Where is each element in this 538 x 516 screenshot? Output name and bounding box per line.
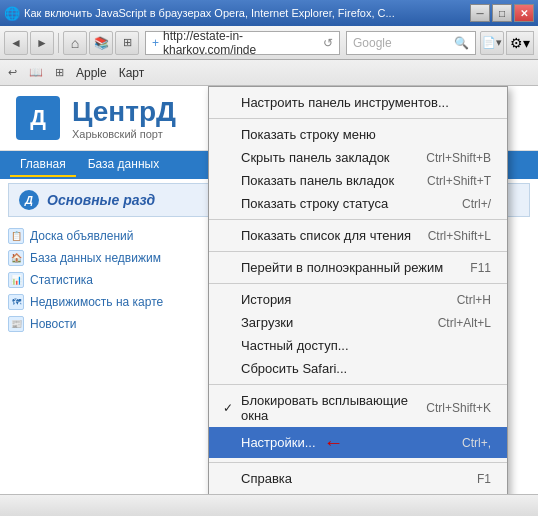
bookmark-grid-icon: ⊞ xyxy=(55,66,64,79)
bookmarks-button[interactable]: 📚 xyxy=(89,31,113,55)
menu-shortcut-3: Ctrl+Shift+B xyxy=(426,151,491,165)
bookmark-reader-icon: 📖 xyxy=(29,66,43,79)
menu-label-14: Сбросить Safari... xyxy=(241,361,347,376)
menu-shortcut-16: Ctrl+Shift+K xyxy=(426,401,491,415)
menu-arrow-17: ← xyxy=(324,431,344,454)
menu-separator-8 xyxy=(209,251,507,252)
bookmark-back-icon: ↩ xyxy=(8,66,17,79)
menu-shortcut-5: Ctrl+/ xyxy=(462,197,491,211)
menu-item-13[interactable]: Частный доступ... xyxy=(209,334,507,357)
search-icon: 🔍 xyxy=(454,36,469,50)
gear-icon: ⚙▾ xyxy=(510,35,530,51)
database-icon: 🏠 xyxy=(8,250,24,266)
logo-text: Д xyxy=(30,105,46,131)
browser-content: Д ЦентрД Харьковский порт Главная База д… xyxy=(0,86,538,494)
menu-item-9[interactable]: Перейти в полноэкранный режимF11 xyxy=(209,256,507,279)
menu-label-2: Показать строку меню xyxy=(241,127,376,142)
menu-item-2[interactable]: Показать строку меню xyxy=(209,123,507,146)
menu-label-0: Настроить панель инструментов... xyxy=(241,95,449,110)
map-icon: 🗺 xyxy=(8,294,24,310)
menu-label-3: Скрыть панель закладок xyxy=(241,150,390,165)
menu-label-13: Частный доступ... xyxy=(241,338,349,353)
title-bar: 🌐 Как включить JavaScript в браузерах Op… xyxy=(0,0,538,26)
page-options-button[interactable]: 📄▾ xyxy=(480,31,504,55)
menu-item-3[interactable]: Скрыть панель закладокCtrl+Shift+B xyxy=(209,146,507,169)
menu-label-19: Справка xyxy=(241,471,292,486)
menu-separator-6 xyxy=(209,219,507,220)
menu-separator-18 xyxy=(209,462,507,463)
gear-button[interactable]: ⚙▾ xyxy=(506,31,534,55)
menu-label-7: Показать список для чтения xyxy=(241,228,411,243)
menu-label-9: Перейти в полноэкранный режим xyxy=(241,260,443,275)
section-title: Основные разд xyxy=(47,192,155,208)
menu-shortcut-19: F1 xyxy=(477,472,491,486)
menu-item-0[interactable]: Настроить панель инструментов... xyxy=(209,91,507,114)
url-text: http://estate-in-kharkov.com/inde xyxy=(163,29,319,57)
menu-item-5[interactable]: Показать строку статусаCtrl+/ xyxy=(209,192,507,215)
menu-item-17[interactable]: Настройки... ←Ctrl+, xyxy=(209,427,507,458)
home-button[interactable]: ⌂ xyxy=(63,31,87,55)
url-icon: + xyxy=(152,36,159,50)
window-controls: ─ □ ✕ xyxy=(470,4,534,22)
menu-label-17: Настройки... xyxy=(241,435,316,450)
grid-button[interactable]: ⊞ xyxy=(115,31,139,55)
news-icon: 📰 xyxy=(8,316,24,332)
site-logo: Д xyxy=(16,96,60,140)
gear-dropdown-menu[interactable]: Настроить панель инструментов...Показать… xyxy=(208,86,508,494)
menu-item-20[interactable]: Сообщить в Apple об ошибках... xyxy=(209,490,507,494)
menu-shortcut-11: Ctrl+H xyxy=(457,293,491,307)
bookmarks-bar: ↩ 📖 ⊞ Apple Карт xyxy=(0,60,538,86)
status-bar xyxy=(0,494,538,516)
menu-item-4[interactable]: Показать панель вкладокCtrl+Shift+T xyxy=(209,169,507,192)
forward-button[interactable]: ► xyxy=(30,31,54,55)
menu-item-16[interactable]: ✓Блокировать всплывающие окнаCtrl+Shift+… xyxy=(209,389,507,427)
menu-item-12[interactable]: ЗагрузкиCtrl+Alt+L xyxy=(209,311,507,334)
menu-label-4: Показать панель вкладок xyxy=(241,173,394,188)
address-bar[interactable]: + http://estate-in-kharkov.com/inde ↺ xyxy=(145,31,340,55)
menu-shortcut-7: Ctrl+Shift+L xyxy=(428,229,491,243)
site-title: ЦентрД xyxy=(72,96,176,128)
menu-item-14[interactable]: Сбросить Safari... xyxy=(209,357,507,380)
menu-item-19[interactable]: СправкаF1 xyxy=(209,467,507,490)
search-bar[interactable]: Google 🔍 xyxy=(346,31,476,55)
refresh-icon: ↺ xyxy=(323,36,333,50)
menu-label-16: Блокировать всплывающие окна xyxy=(241,393,426,423)
site-subtitle: Харьковский порт xyxy=(72,128,176,140)
menu-shortcut-4: Ctrl+Shift+T xyxy=(427,174,491,188)
nav-database[interactable]: База данных xyxy=(78,153,169,177)
menu-item-11[interactable]: ИсторияCtrl+H xyxy=(209,288,507,311)
menu-label-11: История xyxy=(241,292,291,307)
menu-separator-10 xyxy=(209,283,507,284)
menu-separator-15 xyxy=(209,384,507,385)
bookmark-apple[interactable]: Apple xyxy=(76,66,107,80)
menu-label-5: Показать строку статуса xyxy=(241,196,388,211)
menu-checkmark-16: ✓ xyxy=(223,401,233,415)
stats-icon: 📊 xyxy=(8,272,24,288)
window-title: Как включить JavaScript в браузерах Oper… xyxy=(24,7,395,19)
minimize-button[interactable]: ─ xyxy=(470,4,490,22)
menu-shortcut-9: F11 xyxy=(470,261,491,275)
menu-item-7[interactable]: Показать список для чтенияCtrl+Shift+L xyxy=(209,224,507,247)
menu-separator-1 xyxy=(209,118,507,119)
search-placeholder: Google xyxy=(353,36,392,50)
close-button[interactable]: ✕ xyxy=(514,4,534,22)
menu-label-12: Загрузки xyxy=(241,315,293,330)
section-icon: Д xyxy=(19,190,39,210)
site-branding: ЦентрД Харьковский порт xyxy=(72,96,176,140)
menu-shortcut-12: Ctrl+Alt+L xyxy=(438,316,491,330)
bookmark-map[interactable]: Карт xyxy=(119,66,145,80)
browser-icon: 🌐 xyxy=(4,6,20,21)
back-button[interactable]: ◄ xyxy=(4,31,28,55)
maximize-button[interactable]: □ xyxy=(492,4,512,22)
nav-home[interactable]: Главная xyxy=(10,153,76,177)
menu-shortcut-17: Ctrl+, xyxy=(462,436,491,450)
bulletin-icon: 📋 xyxy=(8,228,24,244)
browser-toolbar: ◄ ► ⌂ 📚 ⊞ + http://estate-in-kharkov.com… xyxy=(0,26,538,60)
